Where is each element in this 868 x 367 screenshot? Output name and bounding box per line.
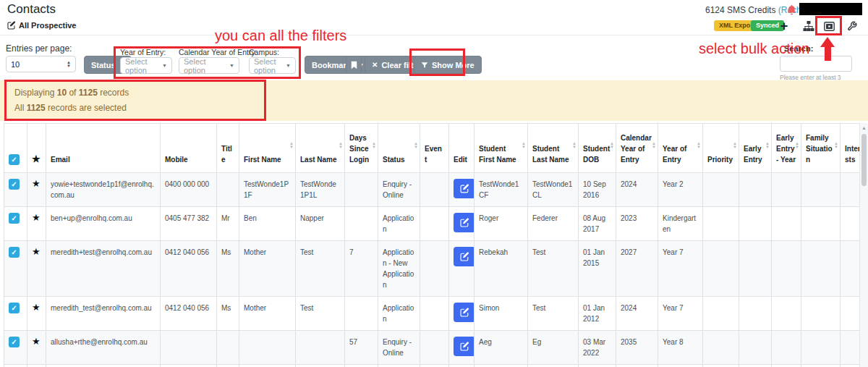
bulk-action-icon[interactable]: [822, 20, 836, 33]
stepper-icon: ▲▼: [67, 61, 71, 68]
cell-interests: [841, 365, 860, 367]
row-checkbox[interactable]: ✓: [9, 213, 20, 224]
star-icon[interactable]: ★: [32, 212, 41, 223]
scroll-up-icon[interactable]: ▲: [860, 123, 868, 130]
cell-select: ✓: [4, 173, 27, 207]
banner-line-2: All 1125 records are selected: [14, 103, 854, 113]
sort-icon[interactable]: ▲▼: [414, 142, 418, 149]
cell-favorite: ★: [27, 331, 46, 365]
cell-last_name: 123: [296, 365, 345, 367]
year-of-entry-select[interactable]: Select option▼: [120, 57, 172, 74]
sort-icon[interactable]: ▲▼: [522, 142, 526, 149]
column-header-year_of_entry[interactable]: Year of Entry▲▼: [658, 124, 703, 173]
scrollbar-thumb[interactable]: [861, 134, 867, 186]
cell-student_last_name: Eg: [528, 331, 579, 365]
sort-icon[interactable]: ▲▼: [610, 142, 614, 149]
row-checkbox[interactable]: ✓: [9, 303, 20, 313]
notifications-bell-icon[interactable]: [786, 4, 797, 18]
column-header-last_name[interactable]: Last Name▲▼: [296, 124, 345, 173]
column-header-calendar_year_of_entry[interactable]: Calendar Year of Entry▲▼: [616, 124, 658, 173]
row-checkbox[interactable]: ✓: [9, 179, 20, 190]
entries-per-page-label: Entries per page:: [6, 43, 72, 54]
bookmark-icon-button[interactable]: [346, 56, 362, 74]
edit-button[interactable]: [454, 213, 475, 232]
column-header-days_since_login[interactable]: Days Since Login▲▼: [345, 124, 378, 173]
column-header-status[interactable]: Status▲▼: [378, 124, 420, 173]
star-icon[interactable]: ★: [32, 153, 41, 164]
column-header-first_name[interactable]: First Name▲▼: [239, 124, 296, 173]
column-header-family_situation[interactable]: Family Situation▲▼: [801, 124, 841, 173]
edit-button[interactable]: [454, 179, 475, 198]
star-icon[interactable]: ★: [32, 302, 41, 313]
cell-student_last_name: Federer: [528, 207, 579, 241]
search-input[interactable]: [780, 56, 852, 72]
edit-button[interactable]: [454, 337, 475, 356]
edit-button[interactable]: [454, 303, 475, 322]
settings-wrench-icon[interactable]: [845, 20, 859, 33]
column-header-early_entry[interactable]: Early Entry▲▼: [739, 124, 772, 173]
entries-per-page-select[interactable]: 10 ▲▼: [6, 56, 76, 72]
cell-mobile: [161, 331, 217, 365]
row-checkbox[interactable]: ✓: [9, 247, 20, 258]
star-icon[interactable]: ★: [32, 178, 41, 189]
sort-icon[interactable]: ▲▼: [572, 142, 576, 149]
calendar-year-of-entry-select[interactable]: Select option▼: [179, 57, 239, 74]
edit-button[interactable]: [454, 247, 475, 266]
cell-first_name: Ben: [239, 207, 296, 241]
select-all-checkbox[interactable]: ✓: [9, 154, 20, 165]
cell-priority: [703, 331, 739, 365]
sort-icon[interactable]: ▲▼: [289, 142, 294, 149]
star-icon[interactable]: ★: [32, 246, 41, 257]
cell-days_since_login: 65: [345, 365, 378, 367]
cell-mobile: 0498 059 500: [161, 365, 217, 367]
year-of-entry-label: Year of Entry:: [120, 48, 166, 56]
sort-icon[interactable]: ▲▼: [697, 142, 701, 149]
view-selector[interactable]: All Prospective: [7, 21, 76, 30]
cell-year_of_entry: Year 7: [658, 297, 703, 331]
column-header-priority[interactable]: Priority▲▼: [703, 124, 739, 173]
cell-status: Application - New Application: [378, 241, 420, 297]
cell-event: [420, 241, 449, 297]
column-header-early_entry_year[interactable]: Early Entry - Year▲▼: [772, 124, 801, 173]
cell-family_situation: [801, 331, 841, 365]
cell-status: Enquiry - Online: [378, 173, 420, 207]
cell-year_of_entry: Year 2: [658, 365, 703, 367]
add-icon[interactable]: +: [777, 20, 791, 33]
cell-year_of_entry: Year 8: [658, 331, 703, 365]
column-header-edit: Edit: [449, 124, 475, 173]
cell-favorite: ★: [27, 365, 46, 367]
sitemap-icon[interactable]: [801, 20, 816, 33]
row-checkbox[interactable]: ✓: [9, 337, 20, 347]
cell-select: ✓: [4, 331, 27, 365]
sort-icon[interactable]: ▲▼: [834, 142, 838, 149]
sort-icon[interactable]: ▲▼: [652, 142, 656, 149]
cell-last_name: Test: [296, 297, 345, 331]
cell-student_last_name: Test: [528, 241, 579, 297]
show-more-button[interactable]: Show More: [414, 56, 482, 74]
table-row: ✓★yowie+testwonde1p1f@enrolhq.com.au0400…: [4, 173, 860, 207]
sort-icon[interactable]: ▲▼: [733, 142, 737, 149]
table-row: ✓★allusha+mkjh@enrolhq.com.au0498 059 50…: [4, 365, 860, 367]
banner-line-1: Displaying 10 of 1125 records: [14, 88, 854, 98]
campus-select[interactable]: Select option▼: [249, 57, 296, 74]
cell-student_first_name: Roger: [475, 207, 528, 241]
cell-year_of_entry: Year 2: [658, 173, 703, 207]
sort-icon[interactable]: ▲▼: [372, 142, 376, 149]
cell-email: meredith_test@enrolhq.com.au: [46, 297, 161, 331]
sort-icon[interactable]: ▲▼: [795, 142, 799, 149]
column-header-student_first_name[interactable]: Student First Name▲▼: [475, 124, 528, 173]
cell-event: [420, 331, 449, 365]
star-icon[interactable]: ★: [32, 336, 41, 347]
cell-days_since_login: [345, 297, 378, 331]
column-header-interests[interactable]: Interests▲▼: [841, 124, 860, 173]
table-row: ✓★allusha+rthe@enrolhq.com.au57Enquiry -…: [4, 331, 860, 365]
vertical-scrollbar[interactable]: ▲: [859, 123, 868, 367]
column-header-student_last_name[interactable]: Student Last Name▲▼: [528, 124, 579, 173]
cell-last_name: Napper: [296, 207, 345, 241]
sort-icon[interactable]: ▲▼: [339, 142, 343, 149]
contacts-table: ✓★EmailMobileTitleFirst Name▲▼Last Name▲…: [4, 123, 859, 367]
column-header-student_dob[interactable]: Student DOB▲▼: [579, 124, 616, 173]
sort-icon[interactable]: ▲▼: [765, 142, 770, 149]
cell-select: ✓: [4, 297, 27, 331]
column-header-favorite: ★: [27, 124, 46, 173]
